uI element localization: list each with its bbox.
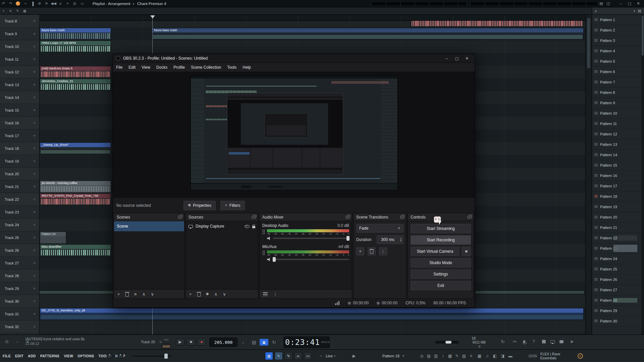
globe-icon[interactable] (578, 353, 583, 359)
metronome-icon[interactable]: ♩ (241, 340, 248, 345)
playhead-marker[interactable] (150, 15, 155, 21)
channel-grip-icon[interactable] (262, 229, 265, 235)
save-icon[interactable] (542, 340, 546, 344)
track-header[interactable]: Track 30 (0, 295, 39, 308)
track-led-icon[interactable] (33, 325, 36, 328)
pattern-menu-icon[interactable]: ≡ (595, 9, 597, 13)
track-led-icon[interactable] (33, 313, 36, 315)
record-button[interactable]: ● (197, 338, 206, 346)
keyboard-piano-icon[interactable]: ▦ (260, 339, 268, 346)
virtual-camera-config-button[interactable]: ✱ (462, 247, 471, 256)
stats-icon[interactable] (335, 301, 340, 305)
mixer-dock-header[interactable]: Audio Mixer (260, 213, 352, 221)
playlist-clip[interactable]: [AM] Hardcore Snare 5 (40, 66, 111, 78)
obs-minimize-button[interactable]: – (442, 56, 452, 60)
pattern-row[interactable]: Pattern 15 (592, 160, 644, 171)
playlist-clip[interactable]: future bass crash (152, 28, 584, 40)
track-header[interactable]: Track 21 (0, 180, 39, 193)
transitions-dock-header[interactable]: Scene Transitions (354, 213, 406, 221)
track-led-icon[interactable] (33, 300, 36, 302)
track-header[interactable]: Track 22 (0, 193, 39, 206)
playlist-clip[interactable]: jim kimchi - morning coffee (40, 181, 111, 193)
track-header[interactable]: Track 26 (0, 244, 39, 257)
scene-up-button[interactable]: ∧ (142, 292, 146, 297)
channel-grip-icon[interactable] (262, 250, 265, 256)
song-mode-button[interactable]: SONG (162, 344, 171, 349)
fl-maximize-button[interactable]: ▢ (625, 1, 634, 6)
track-led-icon[interactable] (33, 109, 36, 111)
notes-icon[interactable]: ♫ (484, 354, 490, 358)
fl-close-button[interactable]: ✕ (634, 1, 643, 6)
pattern-row[interactable]: Pattern 25 (592, 264, 644, 275)
main-volume-knob[interactable] (107, 353, 113, 359)
pattern-row[interactable]: Pattern 20 (592, 212, 644, 223)
playlist-scrollbar[interactable] (585, 15, 592, 335)
playlist-clip[interactable]: DS_JYYE_fx_transition_only_alt (40, 308, 584, 320)
pattern-row[interactable]: Pattern 28 (592, 295, 644, 306)
undo-icon[interactable]: ↶ (1, 1, 6, 6)
track-led-icon[interactable] (33, 147, 36, 149)
pattern-row[interactable]: Pattern 24 (592, 254, 644, 264)
zoom-slider-thumb[interactable] (164, 354, 168, 359)
play-button[interactable]: ▶ (176, 338, 184, 346)
track-header[interactable]: Track 8 (0, 15, 39, 27)
add-transition-button[interactable]: + (356, 247, 364, 255)
step-back-icon[interactable]: ◀◀ (51, 1, 56, 6)
track-led-icon[interactable] (33, 198, 36, 200)
volume-slider[interactable] (273, 259, 349, 260)
paint-tool-button[interactable]: ▭ (304, 352, 312, 360)
browser-icon[interactable]: ▧ (461, 354, 467, 358)
obs-preview-area[interactable] (113, 72, 475, 197)
draw-icon[interactable]: ✎ (15, 9, 20, 13)
mixer-more-icon[interactable]: ⋮ (273, 292, 277, 297)
transition-select[interactable]: Fade ▼ (356, 224, 404, 233)
tempo-display[interactable]: 205.000 (209, 338, 237, 347)
volume-slider[interactable] (273, 238, 349, 239)
track-header[interactable]: Track 13 (0, 78, 39, 91)
filters-button[interactable]: ▼ Filters (220, 201, 245, 210)
advanced-audio-icon[interactable] (263, 292, 268, 296)
pattern-row[interactable]: Pattern 8 (592, 87, 644, 98)
obs-menu-item[interactable]: View (139, 65, 153, 70)
draw-tool-button[interactable]: ▦ (265, 352, 273, 360)
help-icon[interactable]: ? (530, 339, 537, 344)
collapse-icon[interactable]: − (14, 340, 20, 344)
track-led-icon[interactable] (33, 173, 36, 175)
playlist-clip[interactable]: future bass crash (40, 28, 111, 40)
pat-mode-button[interactable]: PAT (164, 338, 169, 342)
track-header[interactable]: Track 16 (0, 117, 39, 129)
pattern-row[interactable]: Pattern 29 (592, 306, 644, 316)
speaker-icon[interactable] (267, 236, 271, 240)
track-header[interactable]: Track 14 (0, 91, 39, 104)
properties-button[interactable]: ✱ Properties (183, 201, 216, 210)
popout-icon[interactable] (252, 216, 255, 219)
track-header[interactable]: Track 24 (0, 219, 39, 231)
piano-roll-icon[interactable]: ♪ (440, 354, 446, 358)
track-header[interactable]: Track 15 (0, 104, 39, 117)
jump-icon[interactable]: ▶ (351, 354, 357, 358)
pattern-scrollbar[interactable] (641, 15, 644, 335)
start-streaming-button[interactable]: Start Streaming (411, 224, 471, 233)
mic-icon[interactable] (523, 340, 525, 343)
send-icon[interactable]: ➤ (568, 339, 576, 344)
pattern-row[interactable]: Pattern 27 (592, 285, 644, 295)
obs-titlebar[interactable]: OBS 30.2.3 - Profile: Untitled - Scenes:… (113, 54, 475, 63)
layout-icon[interactable]: ▤ (598, 1, 604, 6)
pattern-row[interactable]: Pattern 12 (592, 129, 644, 139)
track-header[interactable]: Track 18 (0, 142, 39, 155)
pattern-row[interactable]: Pattern 10 (592, 108, 644, 119)
popout-icon[interactable] (468, 216, 471, 219)
pattern-row[interactable]: Pattern 22 (592, 233, 644, 243)
obs-menu-item[interactable]: Tools (224, 65, 239, 70)
track-header[interactable]: Track 11 (0, 53, 39, 66)
track-header[interactable]: Track 10 (0, 40, 39, 53)
monitor-icon[interactable] (550, 340, 555, 343)
scene-filters-button[interactable]: ≣ (134, 292, 137, 296)
timeline-ruler[interactable] (40, 15, 585, 21)
exit-button[interactable]: Exit (411, 281, 471, 290)
obs-menu-item[interactable]: Scene Collection (188, 65, 224, 70)
track-header[interactable]: Track 20 (0, 168, 39, 180)
obs-maximize-button[interactable]: ▢ (452, 56, 462, 61)
source-properties-button[interactable]: ✱ (206, 292, 209, 296)
track-led-icon[interactable] (33, 236, 36, 239)
